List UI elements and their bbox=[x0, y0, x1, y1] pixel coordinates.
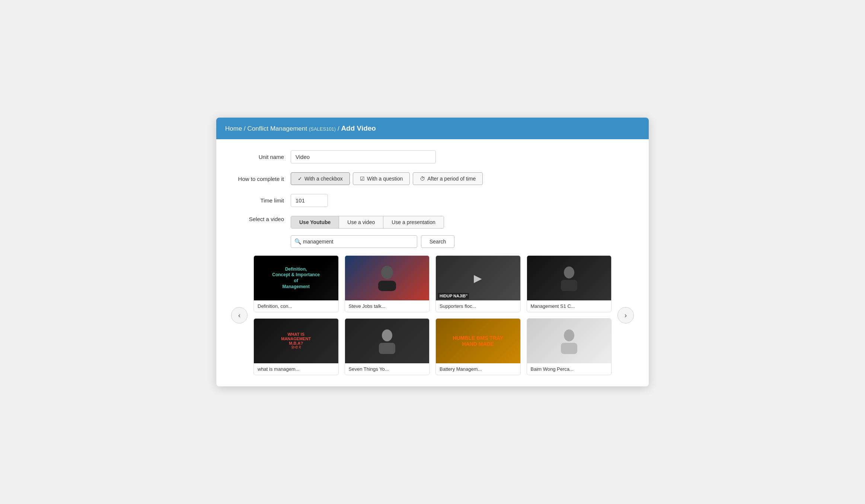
breadcrumb-home[interactable]: Home bbox=[225, 125, 242, 132]
bms-text-7: HUMBLE BMS TRAYHAND MADE bbox=[451, 334, 505, 348]
video-card-3[interactable]: ▶ HIDUP NAJIB" Supporters floc... bbox=[435, 255, 521, 312]
svg-rect-3 bbox=[561, 280, 577, 291]
video-card-8[interactable]: Baim Wong Perca... bbox=[527, 318, 612, 375]
video-title-6: Seven Things Yo... bbox=[345, 363, 430, 375]
svg-point-4 bbox=[382, 329, 392, 341]
video-thumb-4 bbox=[527, 256, 612, 300]
checkbox-label: With a checkbox bbox=[304, 176, 343, 182]
video-title-8: Baim Wong Perca... bbox=[527, 363, 612, 375]
completion-buttons: ✓ With a checkbox ☑ With a question ⏱ Af… bbox=[291, 172, 483, 185]
video-title-7: Battery Managem... bbox=[436, 363, 520, 375]
svg-point-2 bbox=[564, 267, 574, 278]
video-thumb-5: WHAT ISMANAGEMENTM.B.A? हिन्दी में bbox=[254, 319, 338, 363]
next-arrow[interactable]: › bbox=[617, 307, 634, 323]
question-label: With a question bbox=[367, 176, 403, 182]
breadcrumb-course[interactable]: Conflict Management bbox=[248, 125, 307, 132]
video-thumb-3: ▶ HIDUP NAJIB" bbox=[436, 256, 520, 300]
video-card-1[interactable]: Definition,Concept & ImportanceofManagem… bbox=[253, 255, 339, 312]
video-thumb-8 bbox=[527, 319, 612, 363]
page-title: Add Video bbox=[341, 124, 376, 132]
unit-name-row: Unit name bbox=[231, 150, 634, 163]
completion-btn-question[interactable]: ☑ With a question bbox=[353, 172, 410, 185]
video-title-3: Supporters floc... bbox=[436, 300, 520, 312]
time-limit-row: Time limit bbox=[231, 194, 634, 207]
video-thumb-2 bbox=[345, 256, 430, 300]
video-card-2[interactable]: Steve Jobs talk... bbox=[345, 255, 430, 312]
person-silhouette-8 bbox=[558, 328, 580, 354]
checkbox-icon: ✓ bbox=[298, 176, 302, 182]
how-to-complete-label: How to complete it bbox=[231, 176, 291, 182]
svg-rect-1 bbox=[378, 281, 396, 291]
time-limit-label: Time limit bbox=[231, 197, 291, 204]
video-thumb-6 bbox=[345, 319, 430, 363]
video-grid: Definition,Concept & ImportanceofManagem… bbox=[253, 255, 612, 375]
svg-rect-5 bbox=[379, 343, 395, 354]
breadcrumb-sep2: / bbox=[338, 125, 341, 132]
video-card-6[interactable]: Seven Things Yo... bbox=[345, 318, 430, 375]
prev-arrow[interactable]: ‹ bbox=[231, 307, 248, 323]
thumb-text-1: Definition,Concept & ImportanceofManagem… bbox=[270, 264, 322, 292]
select-video-row: Select a video Use Youtube Use a video U… bbox=[231, 216, 634, 229]
person-silhouette-6 bbox=[376, 328, 398, 354]
news-overlay-3: HIDUP NAJIB" bbox=[438, 293, 469, 299]
video-card-4[interactable]: Management S1 C... bbox=[527, 255, 612, 312]
video-card-7[interactable]: HUMBLE BMS TRAYHAND MADE Battery Managem… bbox=[435, 318, 521, 375]
person-silhouette-4 bbox=[558, 265, 580, 291]
video-title-4: Management S1 C... bbox=[527, 300, 612, 312]
tab-presentation[interactable]: Use a presentation bbox=[383, 216, 444, 228]
person-silhouette-2 bbox=[376, 265, 398, 291]
select-video-label: Select a video bbox=[231, 216, 291, 222]
completion-btn-time[interactable]: ⏱ After a period of time bbox=[413, 172, 483, 185]
unit-name-input[interactable] bbox=[291, 150, 436, 163]
video-title-5: what is managem... bbox=[254, 363, 338, 375]
svg-point-6 bbox=[564, 329, 574, 341]
time-icon: ⏱ bbox=[420, 176, 425, 182]
video-source-tabs: Use Youtube Use a video Use a presentati… bbox=[291, 216, 444, 229]
question-icon: ☑ bbox=[360, 176, 365, 182]
content-area: Unit name How to complete it ✓ With a ch… bbox=[216, 139, 649, 386]
time-label: After a period of time bbox=[427, 176, 476, 182]
search-area: 🔍 Search bbox=[291, 235, 634, 248]
search-button[interactable]: Search bbox=[421, 235, 454, 248]
video-thumb-1: Definition,Concept & ImportanceofManagem… bbox=[254, 256, 338, 300]
video-title-2: Steve Jobs talk... bbox=[345, 300, 430, 312]
breadcrumb-sep1: / bbox=[244, 125, 247, 132]
breadcrumb-code: (SALES101) bbox=[309, 126, 336, 132]
how-to-complete-row: How to complete it ✓ With a checkbox ☑ W… bbox=[231, 172, 634, 185]
main-window: Home / Conflict Management (SALES101) / … bbox=[216, 118, 649, 386]
svg-rect-7 bbox=[561, 343, 577, 354]
search-icon: 🔍 bbox=[294, 238, 301, 245]
video-title-1: Definition, con... bbox=[254, 300, 338, 312]
video-thumb-7: HUMBLE BMS TRAYHAND MADE bbox=[436, 319, 520, 363]
search-input-wrap: 🔍 bbox=[291, 235, 417, 248]
svg-point-0 bbox=[381, 266, 393, 279]
tab-video[interactable]: Use a video bbox=[339, 216, 383, 228]
video-card-5[interactable]: WHAT ISMANAGEMENTM.B.A? हिन्दी में what … bbox=[253, 318, 339, 375]
completion-btn-checkbox[interactable]: ✓ With a checkbox bbox=[291, 172, 350, 185]
page-header: Home / Conflict Management (SALES101) / … bbox=[216, 118, 649, 139]
unit-name-label: Unit name bbox=[231, 154, 291, 160]
time-limit-input[interactable] bbox=[291, 194, 328, 207]
play-icon-3: ▶ bbox=[474, 272, 482, 284]
search-input[interactable] bbox=[291, 235, 417, 248]
tab-youtube[interactable]: Use Youtube bbox=[291, 216, 339, 228]
video-grid-wrap: ‹ Definition,Concept & ImportanceofManag… bbox=[231, 255, 634, 375]
hindi-text-5: WHAT ISMANAGEMENTM.B.A? हिन्दी में bbox=[278, 329, 314, 353]
